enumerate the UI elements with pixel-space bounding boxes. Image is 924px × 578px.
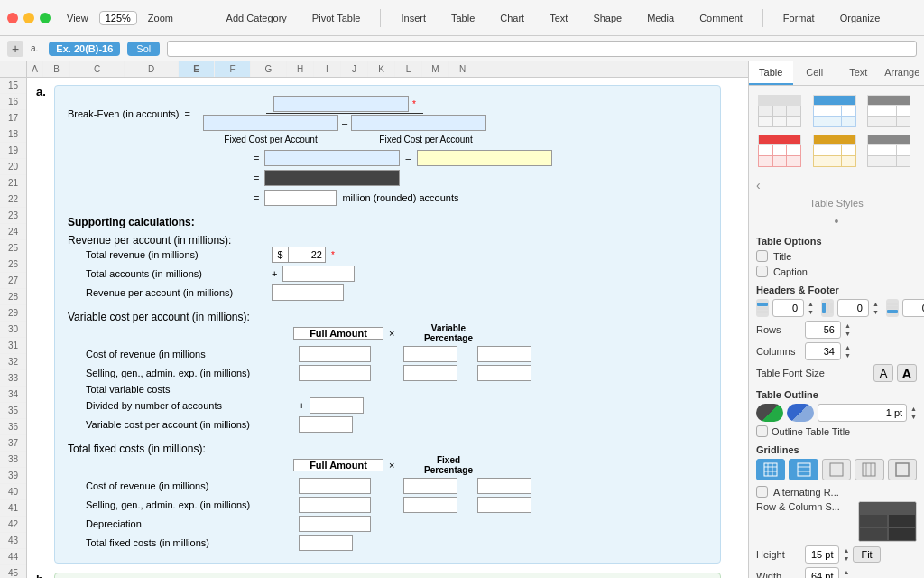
- header-cols-down[interactable]: ▼: [873, 308, 879, 316]
- table-btn[interactable]: Table: [446, 11, 480, 25]
- selling-fixed-pct[interactable]: [403, 497, 457, 513]
- header-cols-up[interactable]: ▲: [873, 300, 879, 308]
- format-btn[interactable]: Format: [778, 11, 820, 25]
- maximize-btn[interactable]: [40, 13, 51, 23]
- cell-reference[interactable]: Ex. 20(B)-16: [49, 42, 120, 56]
- svg-rect-0: [757, 303, 768, 306]
- header-cols-value[interactable]: 0: [837, 299, 869, 317]
- nav-arrow-left[interactable]: ‹: [756, 176, 917, 194]
- cost-rev-fixed-result[interactable]: [477, 478, 531, 494]
- style-2[interactable]: [811, 93, 858, 129]
- gridlines-horiz-btn[interactable]: [789, 459, 818, 480]
- header-cols-icon: [821, 299, 834, 317]
- numerator-cell[interactable]: [273, 96, 409, 112]
- shape-btn[interactable]: Shape: [587, 11, 627, 25]
- cols-down[interactable]: ▼: [845, 351, 851, 359]
- zoom-menu[interactable]: Zoom: [143, 11, 179, 25]
- rev-per-acct-cell[interactable]: [272, 284, 344, 301]
- organize-btn[interactable]: Organize: [835, 11, 886, 25]
- fit-btn[interactable]: Fit: [853, 546, 880, 563]
- style-6[interactable]: [865, 133, 912, 169]
- dark-cell-1[interactable]: [264, 170, 400, 186]
- cost-rev-result-cell[interactable]: [477, 346, 531, 362]
- selling-full-cell[interactable]: [299, 365, 371, 381]
- title-checkbox[interactable]: [756, 250, 768, 262]
- selling-fixed-full[interactable]: [299, 497, 371, 513]
- font-size-decrease[interactable]: A: [873, 364, 893, 382]
- cols-value[interactable]: 34: [805, 342, 841, 360]
- outline-title-checkbox[interactable]: [756, 425, 768, 437]
- denom-cell-2[interactable]: [351, 115, 486, 131]
- height-down[interactable]: ▼: [843, 555, 849, 563]
- gridlines-none-btn[interactable]: [822, 459, 851, 480]
- header-rows-value[interactable]: 0: [772, 299, 804, 317]
- height-value[interactable]: 15 pt: [805, 545, 839, 564]
- divided-var-cell[interactable]: [310, 397, 364, 414]
- footer-rows-value[interactable]: 0: [902, 299, 924, 317]
- cost-rev-fixed-pct[interactable]: [403, 478, 457, 494]
- alternating-checkbox[interactable]: [756, 486, 768, 498]
- pivot-table-btn[interactable]: Pivot Table: [307, 11, 366, 25]
- outline-color-swatch[interactable]: [756, 404, 783, 422]
- outline-style-swatch[interactable]: [787, 404, 814, 422]
- style-5[interactable]: [811, 133, 858, 169]
- cols-up[interactable]: ▲: [845, 343, 851, 351]
- add-category-btn[interactable]: Add Category: [221, 11, 292, 25]
- blue-cell-1[interactable]: [264, 150, 400, 166]
- rows-value[interactable]: 56: [805, 321, 841, 339]
- cost-rev-fixed-full[interactable]: [299, 478, 371, 494]
- style-1[interactable]: [756, 93, 803, 129]
- view-menu[interactable]: View: [61, 11, 94, 25]
- outline-weight[interactable]: 1 pt: [818, 404, 907, 422]
- style-3[interactable]: [865, 93, 912, 129]
- rows-up[interactable]: ▲: [845, 322, 851, 330]
- gridlines-outer-btn[interactable]: [888, 459, 917, 480]
- yellow-cell-1[interactable]: [417, 150, 552, 166]
- outline-weight-up[interactable]: ▲: [910, 405, 917, 413]
- width-up[interactable]: ▲: [843, 568, 849, 576]
- tab-arrange[interactable]: Arrange: [881, 61, 925, 85]
- style-4[interactable]: [756, 133, 803, 169]
- tab-cell[interactable]: Cell: [793, 61, 837, 85]
- selling-pct-cell[interactable]: [403, 365, 457, 381]
- media-btn[interactable]: Media: [642, 11, 679, 25]
- depreciation-cell[interactable]: [299, 516, 371, 532]
- total-accounts-label: Total accounts (in millions): [86, 268, 266, 279]
- formula-bar[interactable]: [167, 41, 917, 57]
- width-value[interactable]: 64 pt: [805, 567, 839, 578]
- denom-cell-1[interactable]: [203, 115, 338, 131]
- cells-content[interactable]: a. Break-Even (in accounts) =: [27, 78, 748, 578]
- total-fixed-cell[interactable]: [299, 535, 353, 551]
- accounts-cell[interactable]: [282, 266, 355, 282]
- sheet-tab[interactable]: Sol: [127, 42, 160, 56]
- caption-checkbox[interactable]: [756, 266, 768, 277]
- result-cell[interactable]: [264, 190, 337, 206]
- equals-sign-1: =: [185, 108, 190, 119]
- selling-fixed-result[interactable]: [477, 497, 531, 513]
- gridlines-all-btn[interactable]: [756, 459, 785, 480]
- header-rows-up[interactable]: ▲: [808, 300, 814, 308]
- text-btn[interactable]: Text: [544, 11, 573, 25]
- insert-btn[interactable]: Insert: [395, 11, 431, 25]
- comment-btn[interactable]: Comment: [694, 11, 748, 25]
- var-per-acct-cell[interactable]: [299, 416, 353, 433]
- gridlines-vert-btn[interactable]: [855, 459, 883, 480]
- dollar-value[interactable]: 22: [288, 247, 326, 263]
- outline-weight-down[interactable]: ▼: [910, 413, 917, 421]
- dollar-cell: $ 22: [272, 247, 326, 263]
- tab-text[interactable]: Text: [836, 61, 881, 85]
- rows-down[interactable]: ▼: [845, 330, 851, 338]
- col-i: I: [314, 61, 341, 77]
- header-rows-down[interactable]: ▼: [808, 308, 814, 316]
- cost-rev-full-cell[interactable]: [299, 346, 371, 362]
- add-sheet-btn[interactable]: +: [7, 41, 23, 57]
- font-size-increase[interactable]: A: [897, 364, 917, 382]
- tab-table[interactable]: Table: [749, 61, 793, 85]
- minimize-btn[interactable]: [23, 13, 34, 23]
- height-up[interactable]: ▲: [843, 546, 849, 555]
- selling-result-cell[interactable]: [477, 365, 531, 381]
- close-btn[interactable]: [7, 13, 18, 23]
- chart-btn[interactable]: Chart: [494, 11, 530, 25]
- cost-rev-pct-cell[interactable]: [403, 346, 457, 362]
- zoom-display[interactable]: 125%: [99, 11, 137, 25]
